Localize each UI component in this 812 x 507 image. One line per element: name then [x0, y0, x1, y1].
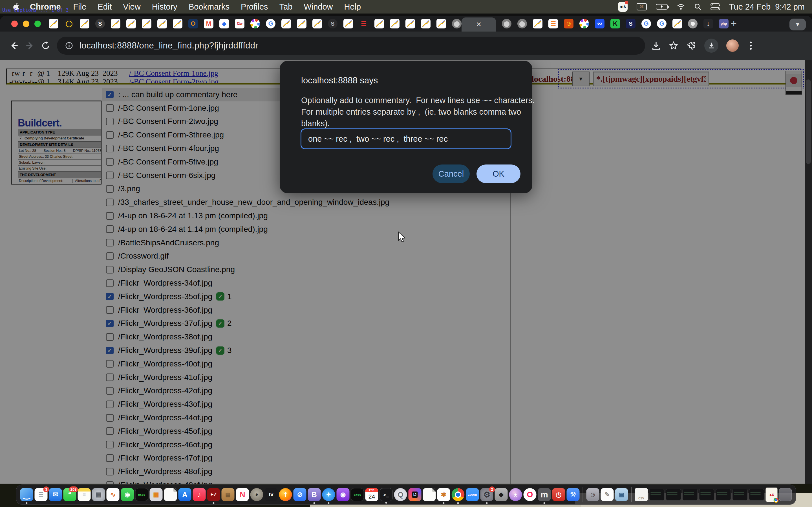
tab-search-chevron-button[interactable]: ▾ [790, 18, 806, 31]
menu-item-history[interactable]: History [152, 2, 177, 11]
calculator-dock-icon[interactable]: ▦ [150, 488, 163, 501]
menu-item-bookmarks[interactable]: Bookmarks [189, 2, 230, 11]
mamp-tab-favicon[interactable] [452, 19, 462, 29]
content-blocker-dock-icon[interactable]: ⊘ [294, 488, 306, 501]
minimize-window-button[interactable] [23, 20, 29, 27]
freeform-dock-icon[interactable]: ∿ [107, 488, 119, 501]
media-window-dock-icon[interactable]: ▣ [615, 488, 628, 501]
journal-dock-icon[interactable]: ✎ [601, 488, 614, 501]
s-navy-tab-favicon[interactable]: S [626, 19, 636, 29]
apple-tv-dock-icon[interactable]: tv [265, 488, 278, 501]
battery-charging-icon[interactable] [656, 4, 668, 10]
reminders-dock-icon[interactable]: ☰3 [35, 488, 48, 501]
contacts-dock-icon[interactable]: ▤ [221, 488, 235, 501]
minimized-terminal-1-dock-icon[interactable] [649, 489, 665, 501]
ok-button[interactable]: OK [476, 165, 520, 183]
chart-tab-favicon[interactable] [126, 19, 136, 29]
keyboard-icon[interactable]: ⌘ [637, 3, 647, 10]
chart-tab-favicon[interactable] [49, 19, 58, 29]
minimized-terminal-6-dock-icon[interactable] [732, 489, 748, 501]
chart-tab-favicon[interactable] [173, 19, 183, 29]
exec-terminal-2-dock-icon[interactable]: exec [351, 488, 364, 501]
profile-avatar[interactable] [726, 40, 739, 52]
ring-tab-favicon[interactable]: ◯ [64, 19, 74, 29]
s-dashed-tab-favicon[interactable]: S [328, 19, 338, 29]
menu-item-edit[interactable]: Edit [98, 2, 112, 11]
notes-dock-icon[interactable]: ≡ [78, 488, 91, 501]
accessibility-dock-icon[interactable]: ☺ [587, 488, 599, 501]
chart-tab-favicon[interactable] [297, 19, 306, 29]
dots-tab-favicon[interactable] [250, 19, 260, 29]
abc-tab-favicon[interactable]: ∾ [595, 19, 605, 29]
menu-item-tab[interactable]: Tab [280, 2, 293, 11]
google-tab-favicon[interactable]: G [657, 19, 666, 29]
new-tab-button[interactable]: + [731, 18, 737, 30]
mail-dock-icon[interactable]: ✉ [49, 488, 62, 501]
google-tab-favicon[interactable]: G [266, 19, 275, 29]
gmail-tab-favicon[interactable]: M [204, 19, 213, 29]
gimp-dock-icon[interactable]: ᴥ [250, 488, 263, 501]
minimized-terminal-7-dock-icon[interactable] [749, 489, 764, 501]
chart-tab-favicon[interactable] [421, 19, 430, 29]
menu-item-view[interactable]: View [123, 2, 140, 11]
f2w-tab-favicon[interactable]: f2w [235, 19, 245, 29]
download-tab-favicon[interactable]: ↓ [703, 19, 713, 29]
php-tab-favicon[interactable]: php [719, 19, 728, 29]
chart-tab-favicon[interactable] [533, 19, 543, 29]
app-store-dock-icon[interactable]: A [179, 488, 192, 501]
stackoverflow-tab-favicon[interactable]: ☰ [548, 19, 558, 29]
close-tab-icon[interactable]: ✕ [476, 20, 481, 29]
chart-tab-favicon[interactable] [157, 19, 167, 29]
mamp-tab-favicon[interactable] [502, 19, 511, 29]
card-game-window-dock-icon[interactable]: ♦4 [766, 488, 777, 502]
address-bar[interactable]: localhost:8888/one_line_find.php?fjhjrdd… [57, 37, 645, 55]
filezilla-dock-icon[interactable]: FZ [207, 488, 220, 501]
trash-dock-icon[interactable] [779, 488, 792, 501]
zoom-window-button[interactable] [35, 20, 41, 27]
menu-item-window[interactable]: Window [304, 2, 333, 11]
bbedit-dock-icon[interactable]: B [308, 488, 321, 501]
xcode-dock-icon[interactable]: ⚒ [567, 488, 580, 501]
minimized-terminal-4-dock-icon[interactable] [699, 489, 714, 501]
chrome-dock-icon[interactable] [452, 488, 465, 501]
url-text[interactable]: localhost:8888/one_line_find.php?fjhjrdd… [80, 41, 258, 51]
red-stripes-tab-favicon[interactable]: ☰ [359, 19, 368, 29]
chart-tab-favicon[interactable] [374, 19, 384, 29]
download-icon[interactable] [651, 41, 661, 50]
dots-tab-favicon[interactable] [579, 19, 589, 29]
bookmark-star-icon[interactable] [669, 41, 678, 50]
downloads-tray-icon[interactable] [704, 39, 718, 53]
firefox-dock-icon[interactable]: f [279, 488, 292, 501]
s-circle-tab-favicon[interactable]: S [95, 19, 105, 29]
menu-item-profiles[interactable]: Profiles [241, 2, 268, 11]
chart-tab-favicon[interactable] [672, 19, 682, 29]
chart-tab-favicon[interactable] [405, 19, 415, 29]
wifi-icon[interactable] [677, 3, 685, 10]
calendar-dock-icon[interactable]: FEB24 [365, 488, 378, 501]
art-app-dock-icon[interactable]: ✾ [437, 488, 450, 501]
chart-tab-favicon[interactable] [142, 19, 151, 29]
kebab-menu-icon[interactable] [747, 41, 755, 50]
search-icon[interactable] [694, 3, 702, 10]
menubar-clock[interactable]: Tue 24 Feb 9:42 pm [729, 2, 805, 11]
menu-item-file[interactable]: File [73, 2, 87, 11]
launchpad-dock-icon[interactable]: ▦ [92, 488, 105, 501]
podcasts-dock-icon[interactable]: ◉ [337, 488, 350, 501]
safari-dock-icon[interactable]: ✦ [322, 488, 335, 501]
chart-tab-favicon[interactable] [312, 19, 322, 29]
active-tab[interactable]: ✕ [462, 17, 496, 32]
diamond-tab-favicon[interactable]: ◆ [219, 19, 229, 29]
chart-tab-favicon[interactable] [111, 19, 120, 29]
gauge-app-dock-icon[interactable]: ◷ [552, 488, 565, 501]
minimized-terminal-3-dock-icon[interactable] [682, 489, 698, 501]
csv-file-dock-icon[interactable]: CSV [635, 488, 648, 501]
cancel-button[interactable]: Cancel [433, 165, 470, 183]
k-green-tab-favicon[interactable]: K [610, 19, 620, 29]
forward-button[interactable] [22, 38, 38, 54]
news-dock-icon[interactable]: N [236, 488, 249, 501]
facetime-dock-icon[interactable]: ◉ [121, 488, 134, 501]
chart-tab-favicon[interactable] [282, 19, 291, 29]
mamp-dock-icon[interactable]: m [538, 488, 551, 501]
quicktime-dock-icon[interactable]: Q [394, 488, 407, 501]
site-info-icon[interactable] [65, 41, 73, 50]
